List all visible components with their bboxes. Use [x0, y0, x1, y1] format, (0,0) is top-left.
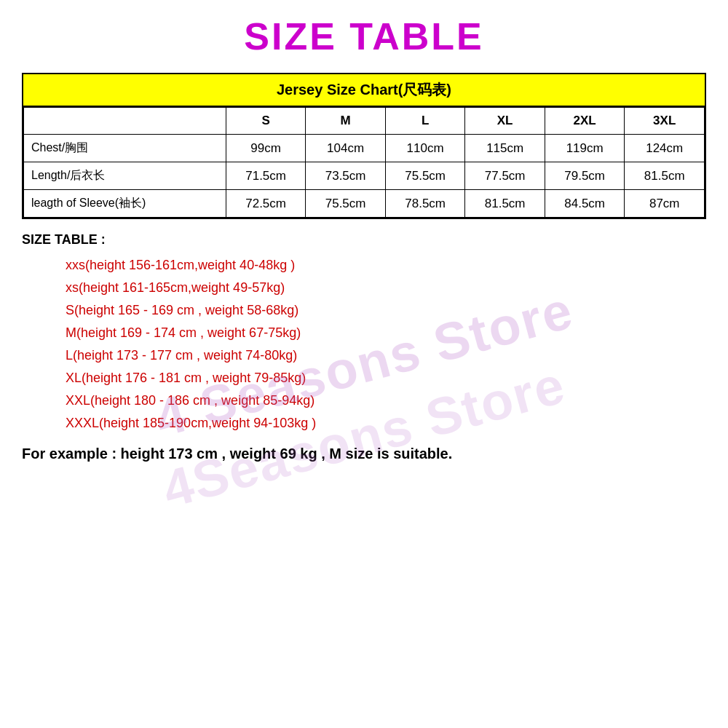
row-cell: 81.5cm — [465, 190, 545, 218]
row-label: Chest/胸围 — [24, 135, 226, 162]
row-cell: 104cm — [306, 135, 386, 162]
page-title: SIZE TABLE — [22, 15, 706, 58]
table-row: leagth of Sleeve(袖长)72.5cm75.5cm78.5cm81… — [24, 190, 705, 218]
list-item: XL(height 176 - 181 cm , weight 79-85kg) — [66, 371, 706, 386]
row-cell: 73.5cm — [306, 162, 386, 190]
row-cell: 72.5cm — [226, 190, 306, 218]
row-cell: 87cm — [625, 190, 705, 218]
row-cell: 71.5cm — [226, 162, 306, 190]
list-item: xxs(height 156-161cm,weight 40-48kg ) — [66, 258, 706, 273]
row-label: leagth of Sleeve(袖长) — [24, 190, 226, 218]
row-cell: 77.5cm — [465, 162, 545, 190]
col-header-xl: XL — [465, 108, 545, 135]
size-table: S M L XL 2XL 3XL Chest/胸围99cm104cm110cm1… — [23, 107, 705, 218]
list-item: S(height 165 - 169 cm , weight 58-68kg) — [66, 303, 706, 318]
list-item: XXL(height 180 - 186 cm , weight 85-94kg… — [66, 393, 706, 408]
table-row: Length/后衣长71.5cm73.5cm75.5cm77.5cm79.5cm… — [24, 162, 705, 190]
col-header-2xl: 2XL — [545, 108, 625, 135]
col-header-3xl: 3XL — [625, 108, 705, 135]
row-cell: 84.5cm — [545, 190, 625, 218]
row-cell: 110cm — [385, 135, 465, 162]
chart-header: Jersey Size Chart(尺码表) — [23, 74, 705, 107]
size-table-label: SIZE TABLE : — [22, 232, 706, 248]
list-item: xs(height 161-165cm,weight 49-57kg) — [66, 280, 706, 296]
size-chart-wrapper: Jersey Size Chart(尺码表) S M L XL 2XL 3XL … — [22, 73, 706, 219]
row-cell: 79.5cm — [545, 162, 625, 190]
page-container: 4 Seasons Store 4Seasons Store SIZE TABL… — [0, 0, 728, 728]
row-cell: 124cm — [625, 135, 705, 162]
table-header-row: S M L XL 2XL 3XL — [24, 108, 705, 135]
row-cell: 119cm — [545, 135, 625, 162]
row-cell: 75.5cm — [306, 190, 386, 218]
list-item: L(height 173 - 177 cm , weight 74-80kg) — [66, 348, 706, 363]
col-header-m: M — [306, 108, 386, 135]
col-header-s: S — [226, 108, 306, 135]
col-header-l: L — [385, 108, 465, 135]
row-cell: 115cm — [465, 135, 545, 162]
list-item: M(height 169 - 174 cm , weight 67-75kg) — [66, 325, 706, 341]
col-header-label — [24, 108, 226, 135]
size-guide-list: xxs(height 156-161cm,weight 40-48kg )xs(… — [22, 258, 706, 431]
row-cell: 81.5cm — [625, 162, 705, 190]
row-label: Length/后衣长 — [24, 162, 226, 190]
example-text: For example : height 173 cm , weight 69 … — [22, 446, 706, 462]
list-item: XXXL(height 185-190cm,weight 94-103kg ) — [66, 416, 706, 431]
row-cell: 78.5cm — [385, 190, 465, 218]
table-row: Chest/胸围99cm104cm110cm115cm119cm124cm — [24, 135, 705, 162]
row-cell: 75.5cm — [385, 162, 465, 190]
row-cell: 99cm — [226, 135, 306, 162]
